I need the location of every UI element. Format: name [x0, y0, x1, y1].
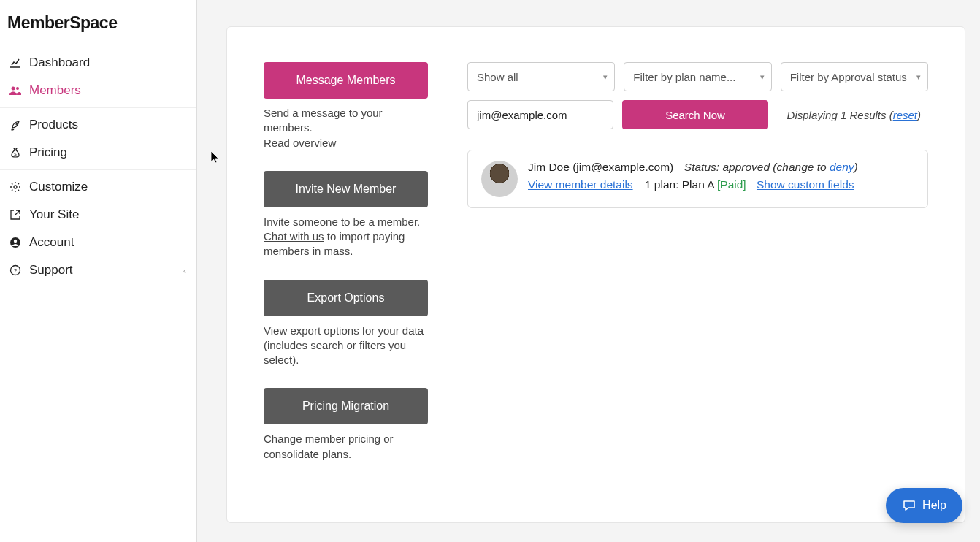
- svg-point-0: [12, 87, 15, 91]
- sidebar-item-dashboard[interactable]: Dashboard: [0, 49, 196, 77]
- sidebar-item-label: Account: [29, 235, 74, 250]
- avatar: [481, 161, 518, 197]
- sidebar-item-label: Members: [29, 83, 81, 98]
- svg-text:$: $: [14, 152, 17, 156]
- member-card: Jim Doe (jim@example.com) Status: approv…: [467, 150, 928, 208]
- reset-link[interactable]: reset: [893, 109, 917, 121]
- approval-filter-select[interactable]: Filter by Approval status...: [781, 62, 928, 91]
- member-status: Status: approved (change to deny): [681, 161, 858, 173]
- member-plan: 1 plan: Plan A [Paid]: [645, 178, 746, 191]
- export-helper: View export options for your data (inclu…: [264, 324, 428, 368]
- message-members-button[interactable]: Message Members: [264, 62, 428, 99]
- question-circle-icon: ?: [9, 264, 22, 277]
- search-now-button[interactable]: Search Now: [622, 100, 768, 129]
- svg-point-3: [14, 186, 17, 188]
- pricing-migration-button[interactable]: Pricing Migration: [264, 388, 428, 424]
- sidebar-item-label: Support: [29, 263, 73, 278]
- help-button[interactable]: Help: [886, 488, 962, 523]
- results-column: Show all ▾ Filter by plan name... ▾ Filt…: [467, 62, 928, 493]
- sidebar-item-your-site[interactable]: Your Site: [0, 201, 196, 229]
- sidebar-item-label: Dashboard: [29, 56, 90, 70]
- view-member-details-link[interactable]: View member details: [528, 178, 633, 191]
- help-label: Help: [922, 499, 946, 512]
- sidebar-item-support[interactable]: ? Support ‹: [0, 256, 196, 284]
- show-custom-fields-link[interactable]: Show custom fields: [757, 178, 854, 191]
- money-bag-icon: $: [9, 146, 22, 159]
- sidebar-item-products[interactable]: Products: [0, 111, 196, 139]
- logo: MemberSpace: [0, 0, 196, 46]
- gear-icon: [9, 180, 22, 194]
- export-options-button[interactable]: Export Options: [264, 280, 428, 316]
- chat-with-us-link[interactable]: Chat with us: [264, 230, 324, 243]
- external-link-icon: [9, 208, 22, 221]
- svg-point-5: [14, 240, 17, 243]
- actions-column: Message Members Send a message to your m…: [264, 62, 428, 493]
- show-filter-select[interactable]: Show all: [467, 62, 615, 91]
- users-icon: [9, 84, 22, 97]
- search-input[interactable]: [467, 100, 613, 129]
- plan-filter-select[interactable]: Filter by plan name...: [624, 62, 771, 91]
- deny-link[interactable]: deny: [830, 161, 854, 173]
- svg-text:?: ?: [14, 267, 18, 274]
- pricing-helper: Change member pricing or consolidate pla…: [264, 432, 428, 462]
- rocket-icon: [9, 118, 22, 131]
- sidebar-item-label: Your Site: [29, 207, 79, 222]
- sidebar-item-pricing[interactable]: $ Pricing: [0, 139, 196, 167]
- member-name: Jim Doe (jim@example.com): [528, 161, 673, 173]
- sidebar: MemberSpace Dashboard Members Products $: [0, 0, 197, 542]
- chart-line-icon: [9, 56, 22, 69]
- sidebar-item-label: Pricing: [29, 145, 67, 160]
- cursor-icon: [210, 150, 221, 164]
- sidebar-item-members[interactable]: Members: [0, 77, 196, 104]
- main-area: Message Members Send a message to your m…: [197, 0, 980, 542]
- sidebar-item-label: Customize: [29, 180, 88, 194]
- results-count: Displaying 1 Results (reset): [787, 109, 928, 121]
- user-circle-icon: [9, 236, 22, 249]
- invite-new-member-button[interactable]: Invite New Member: [264, 171, 428, 207]
- sidebar-item-label: Products: [29, 118, 78, 132]
- sidebar-item-account[interactable]: Account: [0, 229, 196, 256]
- chat-icon: [902, 498, 916, 513]
- message-members-helper: Send a message to your members. Read ove…: [264, 106, 428, 150]
- read-overview-link[interactable]: Read overview: [264, 137, 336, 149]
- invite-helper: Invite someone to be a member. Chat with…: [264, 215, 428, 259]
- content-panel: Message Members Send a message to your m…: [226, 26, 965, 523]
- sidebar-item-customize[interactable]: Customize: [0, 173, 196, 201]
- svg-point-1: [16, 87, 19, 90]
- chevron-left-icon: ‹: [183, 265, 186, 276]
